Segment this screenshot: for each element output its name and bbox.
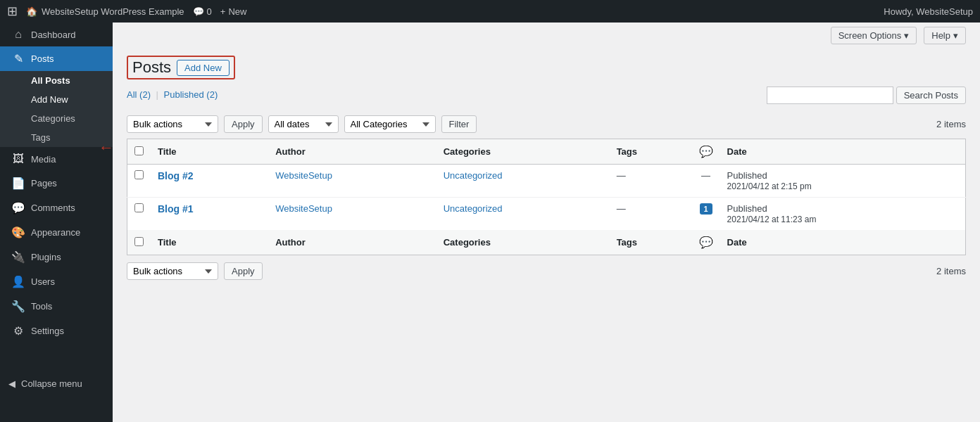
- site-name[interactable]: 🏠 WebsiteSetup WordPress Example: [26, 6, 184, 17]
- collapse-menu-button[interactable]: ◀ Collapse menu: [0, 371, 113, 396]
- sidebar-item-dashboard[interactable]: ⌂ Dashboard: [0, 23, 113, 46]
- category-link[interactable]: Uncategorized: [444, 203, 503, 214]
- tags-footer[interactable]: Tags: [610, 230, 692, 255]
- search-input[interactable]: [767, 87, 893, 104]
- tools-icon: 🔧: [11, 300, 25, 313]
- posts-icon: ✎: [11, 52, 25, 65]
- submenu-add-new[interactable]: Add New: [0, 90, 113, 109]
- add-new-button[interactable]: Add New: [177, 60, 230, 76]
- sidebar-item-appearance[interactable]: 🎨 Appearance: [0, 220, 113, 245]
- settings-icon: ⚙: [11, 324, 25, 338]
- comments-column-header: 💬: [692, 139, 720, 165]
- select-all-checkbox[interactable]: [134, 146, 144, 155]
- users-icon: 👤: [11, 275, 25, 288]
- comment-footer-icon: 💬: [699, 236, 713, 248]
- bulk-actions-select-bottom[interactable]: Bulk actions Edit Move to Trash: [127, 262, 218, 280]
- author-footer[interactable]: Author: [268, 230, 436, 255]
- comments-nav-icon: 💬: [11, 201, 25, 215]
- author-link[interactable]: WebsiteSetup: [275, 203, 332, 214]
- sidebar-item-label: Settings: [31, 326, 64, 336]
- tags-cell: —: [610, 198, 692, 231]
- plugins-icon: 🔌: [11, 250, 25, 264]
- appearance-icon: 🎨: [11, 226, 25, 239]
- categories-filter-select[interactable]: All Categories Uncategorized: [344, 115, 436, 133]
- sidebar-item-tools[interactable]: 🔧 Tools: [0, 294, 113, 319]
- submenu-tags[interactable]: Tags: [0, 128, 113, 147]
- table-row: Blog #1 WebsiteSetup Uncategorized — 1: [127, 198, 966, 231]
- screen-options-button[interactable]: Screen Options ▾: [831, 27, 917, 44]
- new-content-link[interactable]: + New: [220, 6, 247, 17]
- sidebar-item-label: Media: [31, 154, 56, 165]
- title-highlight-box: Posts Add New: [127, 56, 235, 79]
- pages-icon: 📄: [11, 177, 25, 190]
- comment-count-icon: 💬: [699, 146, 713, 158]
- main-content: Screen Options ▾ Help ▾ Posts Add New: [113, 23, 980, 422]
- categories-column-header[interactable]: Categories: [436, 139, 610, 165]
- bulk-actions-select-top[interactable]: Bulk actions Edit Move to Trash: [127, 115, 218, 133]
- dates-filter-select[interactable]: All dates April 2021: [268, 115, 339, 133]
- sidebar-item-plugins[interactable]: 🔌 Plugins: [0, 245, 113, 269]
- submenu-categories[interactable]: Categories: [0, 109, 113, 128]
- post-title-cell: Blog #2: [151, 165, 268, 198]
- date-cell: Published 2021/04/12 at 2:15 pm: [720, 165, 966, 198]
- post-title-link[interactable]: Blog #1: [158, 203, 194, 215]
- post-title-cell: Blog #1: [151, 198, 268, 231]
- table-row: Blog #2 WebsiteSetup Uncategorized — —: [127, 165, 966, 198]
- select-all-footer-checkbox[interactable]: [134, 237, 144, 246]
- select-all-header: [127, 139, 151, 165]
- date-column-header[interactable]: Date: [720, 139, 966, 165]
- row-checkbox-cell: [127, 198, 151, 231]
- sidebar-item-label: Dashboard: [31, 30, 76, 40]
- published-filter-link[interactable]: Published (2): [164, 89, 218, 100]
- page-title-row: Posts Add New: [127, 56, 966, 79]
- categories-footer[interactable]: Categories: [436, 230, 610, 255]
- category-cell: Uncategorized: [436, 198, 610, 231]
- sidebar-item-posts[interactable]: ✎ Posts: [0, 46, 113, 71]
- media-icon: 🖼: [11, 153, 25, 165]
- plus-icon: +: [220, 6, 226, 17]
- page-content: Posts Add New All (2) | Published (2): [113, 49, 980, 294]
- sidebar-item-label: Comments: [31, 203, 75, 213]
- wp-logo-icon[interactable]: ⊞: [7, 4, 18, 19]
- category-link[interactable]: Uncategorized: [444, 170, 503, 181]
- all-filter-link[interactable]: All (2): [127, 89, 153, 100]
- apply-button-bottom[interactable]: Apply: [224, 262, 263, 280]
- posts-table: Title Author Categories Tags 💬 Date: [127, 139, 966, 255]
- sidebar-item-users[interactable]: 👤 Users: [0, 269, 113, 294]
- sidebar-item-pages[interactable]: 📄 Pages: [0, 171, 113, 196]
- apply-button-top[interactable]: Apply: [224, 115, 263, 133]
- tags-column-header[interactable]: Tags: [610, 139, 692, 165]
- chevron-down-icon: ▾: [953, 30, 958, 41]
- date-footer[interactable]: Date: [720, 230, 966, 255]
- author-cell: WebsiteSetup: [268, 165, 436, 198]
- sidebar: ⌂ Dashboard ✎ Posts All Posts Add New Ca…: [0, 23, 113, 422]
- admin-bar: ⊞ 🏠 WebsiteSetup WordPress Example 💬 0 +…: [0, 0, 980, 23]
- post-title-link[interactable]: Blog #2: [158, 170, 194, 181]
- submenu-all-posts[interactable]: All Posts: [0, 71, 113, 90]
- filter-links: All (2) | Published (2): [127, 89, 218, 100]
- dashboard-icon: ⌂: [11, 28, 25, 41]
- sidebar-item-label: Posts: [31, 53, 54, 64]
- row-checkbox[interactable]: [134, 170, 144, 179]
- home-icon: 🏠: [26, 6, 37, 17]
- sidebar-item-label: Plugins: [31, 252, 61, 262]
- help-button[interactable]: Help ▾: [924, 27, 966, 44]
- sidebar-item-settings[interactable]: ⚙ Settings: [0, 319, 113, 343]
- category-cell: Uncategorized: [436, 165, 610, 198]
- row-checkbox[interactable]: [134, 203, 144, 212]
- title-footer[interactable]: Title: [151, 230, 268, 255]
- sidebar-item-comments[interactable]: 💬 Comments: [0, 196, 113, 220]
- howdy-text: Howdy, WebsiteSetup: [884, 6, 973, 17]
- comment-badge[interactable]: 1: [700, 203, 712, 215]
- sidebar-item-media[interactable]: 🖼 Media: [0, 147, 113, 171]
- sidebar-item-label: Tools: [31, 301, 52, 312]
- search-posts-button[interactable]: Search Posts: [896, 87, 966, 104]
- posts-submenu: All Posts Add New Categories Tags: [0, 71, 113, 147]
- author-column-header[interactable]: Author: [268, 139, 436, 165]
- title-column-header[interactable]: Title: [151, 139, 268, 165]
- author-link[interactable]: WebsiteSetup: [275, 170, 332, 181]
- filter-button[interactable]: Filter: [441, 115, 477, 133]
- chevron-down-icon: ▾: [904, 30, 909, 41]
- comments-link[interactable]: 💬 0: [193, 6, 212, 17]
- comments-footer: 💬: [692, 230, 720, 255]
